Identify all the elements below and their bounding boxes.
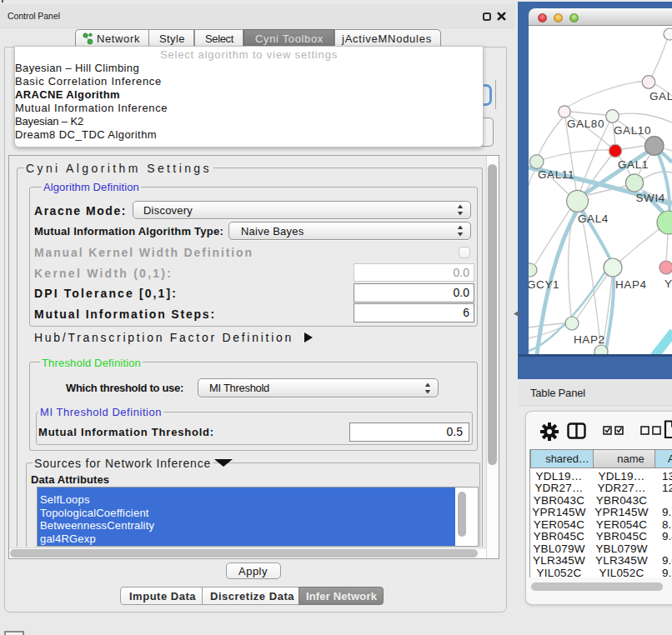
svg-text:HAP2: HAP2	[574, 333, 605, 346]
svg-text:GCY1: GCY1	[529, 278, 559, 291]
svg-text:GAL4: GAL4	[578, 212, 609, 225]
svg-text:HAP4: HAP4	[615, 278, 647, 291]
svg-text:SWI4: SWI4	[636, 192, 665, 204]
svg-text:GAL80: GAL80	[567, 118, 604, 130]
svg-text:GAL1: GAL1	[618, 158, 649, 171]
svg-text:GAL2: GAL2	[649, 90, 672, 102]
svg-text:GAL11: GAL11	[538, 168, 574, 181]
svg-text:YB: YB	[664, 278, 672, 290]
svg-text:GAL10: GAL10	[614, 124, 651, 137]
